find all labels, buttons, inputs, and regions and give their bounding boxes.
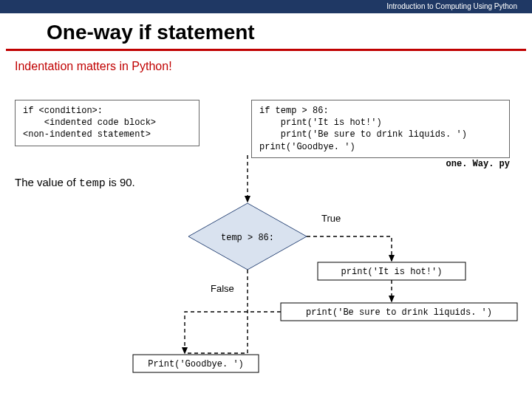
diamond-condition: temp > 86: <box>221 233 274 243</box>
subtitle: Indentation matters in Python! <box>0 60 532 73</box>
flow-step2: print('Be sure to drink liquids. ') <box>306 307 492 318</box>
flowchart: temp > 86: True print('It is hot!') prin… <box>0 155 532 399</box>
syntax-box: if <condition>: <indented code block> <n… <box>15 100 200 146</box>
false-label: False <box>211 283 234 294</box>
page-title: One-way if statement <box>6 13 526 51</box>
example-code-box: if temp > 86: print('It is hot!') print(… <box>251 100 510 158</box>
course-header: Introduction to Computing Using Python <box>0 0 532 13</box>
true-label: True <box>321 213 341 224</box>
flow-step3: Print('Goodbye. ') <box>148 359 244 369</box>
flow-step1: print('It is hot!') <box>341 267 443 277</box>
